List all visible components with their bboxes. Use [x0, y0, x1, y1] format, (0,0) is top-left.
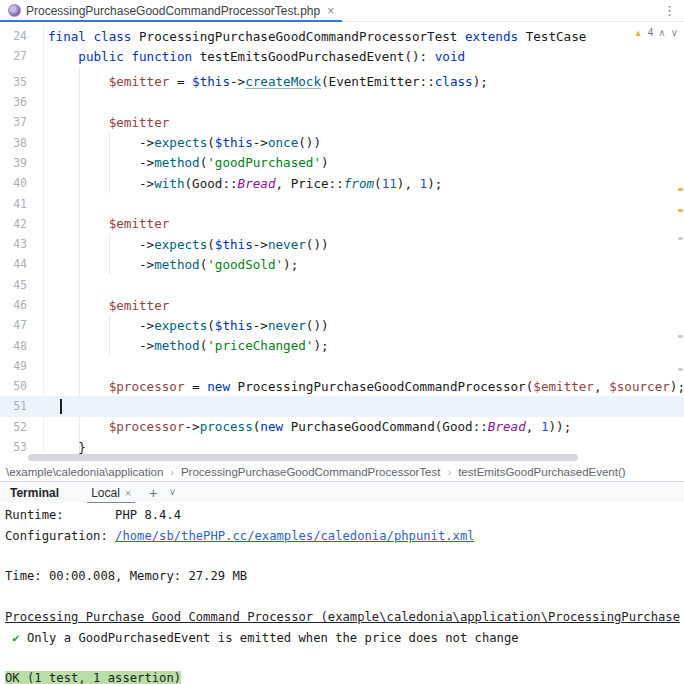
code-line-27[interactable]: 27 public function testEmitsGoodPurchase…: [0, 46, 684, 66]
code-text: ->expects($this->never()): [27, 234, 329, 254]
gray-stripe-mark[interactable]: [678, 335, 683, 338]
line-number: 43: [0, 237, 27, 251]
code-text: $emitter: [27, 295, 169, 315]
more-options-icon[interactable]: ⋮: [663, 3, 676, 18]
line-number: 47: [0, 318, 27, 332]
line-number: 45: [0, 278, 27, 292]
code-line-52[interactable]: 52 $processor->process(new PurchaseGoodC…: [0, 417, 684, 437]
terminal-tab-close-icon[interactable]: ×: [125, 487, 131, 499]
code-text: public function testEmitsGoodPurchasedEv…: [27, 46, 465, 66]
line-number: 51: [0, 399, 27, 413]
code-text: $emitter: [27, 112, 169, 132]
code-text: [27, 396, 62, 416]
editor-tab-bar: ProcessingPurchaseGoodCommandProcessorTe…: [0, 0, 684, 22]
chevron-down-icon[interactable]: ˅: [169, 487, 175, 498]
line-number: 50: [0, 379, 27, 393]
breadcrumb-separator: ›: [447, 466, 451, 478]
tab-title: ProcessingPurchaseGoodCommandProcessorTe…: [26, 4, 320, 18]
code-line-37[interactable]: 37 $emitter: [0, 112, 684, 132]
code-line-44[interactable]: 44 ->method('goodSold');: [0, 254, 684, 274]
gray-stripe-mark[interactable]: [678, 368, 683, 371]
code-line-51[interactable]: 51: [0, 396, 684, 416]
code-line-47[interactable]: 47 ->expects($this->never()): [0, 315, 684, 335]
line-number: 44: [0, 257, 27, 271]
breadcrumb-item[interactable]: ProcessingPurchaseGoodCommandProcessorTe…: [181, 466, 441, 478]
line-number: 49: [0, 359, 27, 373]
code-text: $processor = new ProcessingPurchaseGoodC…: [27, 376, 684, 396]
breadcrumb-item[interactable]: \example\caledonia\application: [6, 466, 163, 478]
line-number: 38: [0, 136, 27, 150]
warning-icon: ▲: [634, 28, 643, 38]
line-number: 40: [0, 176, 27, 190]
prev-warning-icon[interactable]: ∧: [658, 27, 665, 38]
terminal-output[interactable]: Runtime: PHP 8.4.4Configuration: /home/s…: [0, 503, 684, 684]
text-caret: [60, 399, 62, 414]
code-text: $emitter: [27, 214, 169, 234]
breadcrumb-item[interactable]: testEmitsGoodPurchasedEvent(): [458, 466, 625, 478]
terminal-text: OK (1 test, 1 assertion): [5, 671, 181, 684]
code-line-46[interactable]: 46 $emitter: [0, 295, 684, 315]
terminal-tab-label: Local: [91, 486, 120, 500]
new-terminal-icon[interactable]: +: [149, 485, 157, 501]
code-text: [27, 193, 48, 213]
warning-stripe-mark[interactable]: [678, 209, 683, 212]
terminal-text: ✔: [5, 631, 20, 645]
terminal-text: Only a GoodPurchasedEvent is emitted whe…: [20, 631, 519, 645]
tab-file[interactable]: ProcessingPurchaseGoodCommandProcessorTe…: [0, 0, 342, 22]
terminal-row: Processing Purchase Good Command Process…: [5, 607, 684, 627]
code-line-40[interactable]: 40 ->with(Good::Bread, Price::from(11), …: [0, 173, 684, 193]
line-number: 35: [0, 75, 27, 89]
code-text: ->with(Good::Bread, Price::from(11), 1);: [27, 173, 442, 193]
terminal-tab-local[interactable]: Local ×: [87, 482, 135, 504]
tab-close-icon[interactable]: ×: [327, 4, 334, 18]
terminal-row: [5, 587, 684, 607]
line-number: 42: [0, 217, 27, 231]
terminal-panel-title: Terminal: [10, 486, 59, 500]
terminal-row: ✔ Only a GoodPurchasedEvent is emitted w…: [5, 627, 684, 647]
php-test-file-icon: [8, 4, 21, 17]
code-line-35[interactable]: 35 $emitter = $this->createMock(EventEmi…: [0, 72, 684, 92]
line-number: 39: [0, 156, 27, 170]
code-text: ->expects($this->never()): [27, 315, 329, 335]
code-text: [27, 92, 48, 112]
terminal-row: OK (1 test, 1 assertion): [5, 668, 684, 684]
code-line-24[interactable]: 24final class ProcessingPurchaseGoodComm…: [0, 26, 684, 46]
line-number: 46: [0, 298, 27, 312]
terminal-row: Runtime: PHP 8.4.4: [5, 505, 684, 525]
horizontal-scrollbar[interactable]: [28, 454, 578, 461]
code-text: ->method('priceChanged');: [27, 335, 329, 355]
breadcrumb: \example\caledonia\application›Processin…: [0, 462, 684, 481]
code-line-39[interactable]: 39 ->method('goodPurchased'): [0, 153, 684, 173]
code-text: ->expects($this->once()): [27, 132, 321, 152]
terminal-toolbar: Terminal Local × + ˅: [0, 481, 684, 503]
inspections-widget[interactable]: ▲4 ∧ ∨: [634, 27, 678, 38]
terminal-text: Configuration:: [5, 529, 115, 543]
terminal-link[interactable]: /home/sb/thePHP.cc/examples/caledonia/ph…: [115, 529, 475, 543]
code-text: [27, 356, 48, 376]
code-line-38[interactable]: 38 ->expects($this->once()): [0, 132, 684, 152]
code-line-48[interactable]: 48 ->method('priceChanged');: [0, 335, 684, 355]
code-line-49[interactable]: 49: [0, 356, 684, 376]
gray-stripe-mark[interactable]: [678, 237, 683, 240]
line-number: 37: [0, 115, 27, 129]
code-text: ->method('goodPurchased'): [27, 153, 329, 173]
terminal-row: Time: 00:00.008, Memory: 27.29 MB: [5, 566, 684, 586]
code-text: $processor->process(new PurchaseGoodComm…: [27, 417, 571, 437]
terminal-text: Processing Purchase Good Command Process…: [5, 610, 680, 624]
breadcrumb-separator: ›: [170, 466, 174, 478]
code-line-50[interactable]: 50 $processor = new ProcessingPurchaseGo…: [0, 376, 684, 396]
line-number: 36: [0, 95, 27, 109]
warning-stripe-mark[interactable]: [678, 188, 683, 191]
terminal-row: [5, 546, 684, 566]
line-number: 41: [0, 197, 27, 211]
code-line-42[interactable]: 42 $emitter: [0, 214, 684, 234]
code-line-45[interactable]: 45: [0, 275, 684, 295]
next-warning-icon[interactable]: ∨: [671, 27, 678, 38]
code-line-41[interactable]: 41: [0, 193, 684, 213]
line-number: 24: [0, 29, 27, 43]
code-line-36[interactable]: 36: [0, 92, 684, 112]
code-editor[interactable]: 24final class ProcessingPurchaseGoodComm…: [0, 22, 684, 462]
code-line-43[interactable]: 43 ->expects($this->never()): [0, 234, 684, 254]
line-number: 52: [0, 420, 27, 434]
code-text: $emitter = $this->createMock(EventEmitte…: [27, 72, 488, 92]
